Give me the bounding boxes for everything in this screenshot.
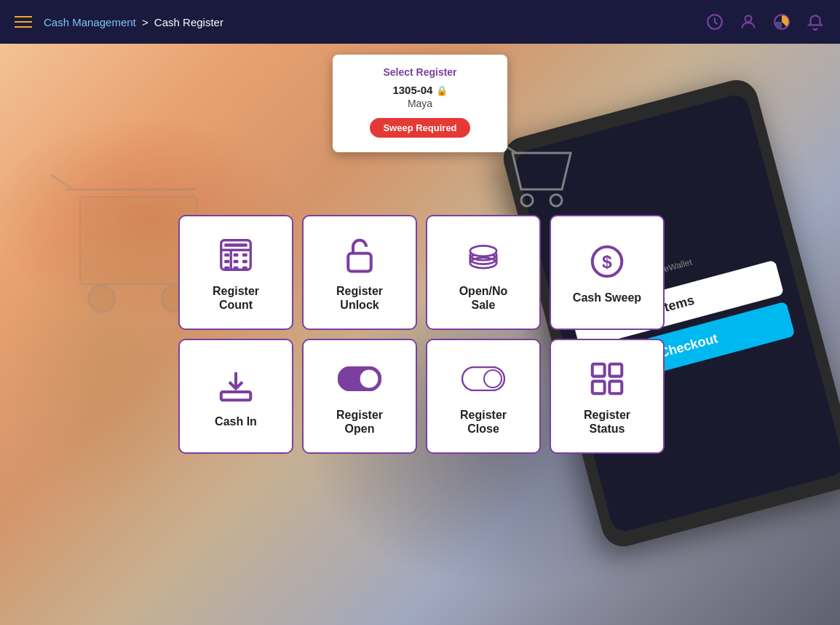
lock-icon-small: 🔒 <box>436 85 448 96</box>
register-unlock-button[interactable]: RegisterUnlock <box>302 215 417 330</box>
register-name: Maya <box>354 98 486 109</box>
cash-in-button[interactable]: Cash In <box>178 339 293 454</box>
hamburger-line-1 <box>15 16 32 17</box>
svg-point-25 <box>470 245 496 256</box>
register-open-button[interactable]: RegisterOpen <box>302 339 417 454</box>
user-icon[interactable] <box>738 12 758 32</box>
svg-line-2 <box>51 175 73 189</box>
register-unlock-label: RegisterUnlock <box>336 284 383 312</box>
register-status-button[interactable]: RegisterStatus <box>550 339 665 454</box>
hamburger-line-3 <box>15 26 32 28</box>
svg-point-6 <box>745 15 752 22</box>
header-icons <box>705 12 825 32</box>
register-id: 1305-04 🔒 <box>354 84 486 96</box>
cash-in-label: Cash In <box>215 414 257 428</box>
svg-rect-13 <box>242 253 247 257</box>
header: Cash Management > Cash Register <box>0 0 840 44</box>
register-count-label: RegisterCount <box>213 284 259 312</box>
svg-rect-12 <box>234 253 239 257</box>
toggle-off-icon <box>461 357 505 401</box>
svg-rect-34 <box>609 364 622 377</box>
svg-rect-28 <box>221 392 251 400</box>
hamburger-menu[interactable] <box>15 16 32 28</box>
svg-rect-15 <box>234 260 239 264</box>
toggle-on-icon <box>338 357 381 401</box>
register-status-label: RegisterStatus <box>584 408 630 436</box>
bell-icon[interactable] <box>805 12 825 32</box>
svg-rect-33 <box>593 364 605 377</box>
svg-text:$: $ <box>602 252 612 272</box>
svg-rect-19 <box>242 267 247 270</box>
svg-rect-11 <box>224 253 229 257</box>
cart-icon <box>498 131 585 219</box>
dollar-icon: $ <box>585 240 629 283</box>
svg-point-32 <box>484 370 502 388</box>
lock-icon <box>338 233 381 277</box>
sweep-required-button[interactable]: Sweep Required <box>370 118 469 138</box>
coins-icon <box>461 233 505 277</box>
register-count-button[interactable]: RegisterCount <box>178 215 293 330</box>
svg-point-3 <box>89 286 115 312</box>
clock-icon[interactable] <box>705 12 725 32</box>
open-no-sale-label: Open/NoSale <box>459 284 508 312</box>
cash-sweep-label: Cash Sweep <box>573 291 641 304</box>
svg-point-38 <box>550 194 562 206</box>
svg-rect-21 <box>348 253 371 272</box>
svg-rect-17 <box>224 267 229 270</box>
svg-rect-35 <box>593 381 605 393</box>
svg-point-37 <box>521 194 533 206</box>
svg-rect-36 <box>609 381 622 393</box>
tray-down-icon <box>214 363 258 407</box>
register-close-button[interactable]: RegisterClose <box>426 339 541 454</box>
svg-rect-20 <box>224 243 247 247</box>
svg-point-30 <box>360 369 379 388</box>
breadcrumb-parent[interactable]: Cash Management <box>44 16 136 28</box>
hamburger-line-2 <box>15 21 32 23</box>
action-grid: RegisterCount RegisterUnlock Open/NoSale <box>178 215 665 454</box>
breadcrumb-current: Cash Register <box>154 16 223 28</box>
register-open-label: RegisterOpen <box>336 408 383 436</box>
grid-icon <box>585 357 629 401</box>
calculator-icon <box>214 233 258 277</box>
cash-sweep-button[interactable]: $ Cash Sweep <box>550 215 665 330</box>
open-no-sale-button[interactable]: Open/NoSale <box>426 215 541 330</box>
register-card: Select Register 1305-04 🔒 Maya Sweep Req… <box>333 55 507 152</box>
select-register-label: Select Register <box>354 66 486 78</box>
svg-rect-16 <box>242 260 247 264</box>
chart-icon[interactable] <box>772 12 792 32</box>
register-close-label: RegisterClose <box>460 408 507 436</box>
svg-rect-14 <box>224 260 229 264</box>
svg-rect-18 <box>234 267 239 270</box>
breadcrumb-separator: > <box>142 16 148 28</box>
breadcrumb: Cash Management > Cash Register <box>44 16 223 28</box>
